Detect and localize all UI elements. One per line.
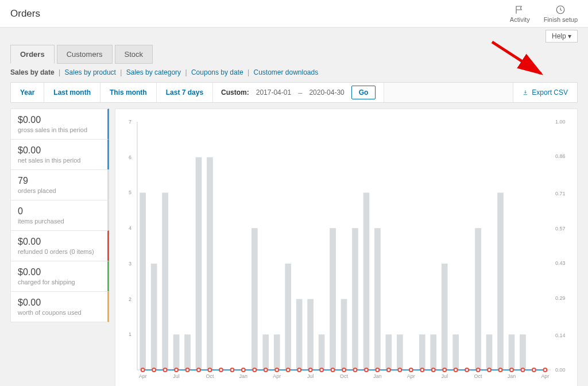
go-button[interactable]: Go: [351, 86, 376, 99]
svg-rect-43: [475, 228, 481, 370]
range-last-7-days[interactable]: Last 7 days: [157, 83, 213, 102]
tab-orders[interactable]: Orders: [10, 45, 55, 64]
range-date-to[interactable]: 2020-04-30: [309, 88, 344, 96]
svg-point-97: [543, 368, 547, 372]
range-date-from[interactable]: 2017-04-01: [256, 88, 291, 96]
svg-rect-46: [509, 334, 515, 370]
svg-text:Jan: Jan: [373, 373, 381, 379]
help-button[interactable]: Help ▾: [546, 30, 578, 43]
svg-point-69: [230, 368, 234, 372]
stat-value: $0.00: [18, 145, 100, 156]
download-icon: [523, 90, 528, 95]
stat-value: $0.00: [18, 237, 100, 247]
range-year[interactable]: Year: [11, 83, 44, 102]
svg-text:0.57: 0.57: [555, 226, 565, 231]
svg-rect-39: [419, 334, 425, 370]
subnav-sales-by-date[interactable]: Sales by date: [10, 68, 55, 76]
stat-value: 0: [18, 206, 100, 217]
svg-point-65: [186, 368, 189, 372]
stat-box[interactable]: $0.00refunded 0 orders (0 items): [10, 230, 109, 261]
stat-label: orders placed: [18, 187, 100, 194]
subnav-sales-by-category[interactable]: Sales by category: [126, 68, 181, 76]
svg-text:Oct: Oct: [340, 373, 348, 379]
svg-text:0.86: 0.86: [555, 153, 565, 159]
stat-box[interactable]: $0.00charged for shipping: [10, 261, 109, 292]
svg-text:4: 4: [129, 225, 131, 231]
svg-point-84: [398, 368, 401, 372]
svg-rect-21: [173, 334, 180, 370]
svg-point-70: [242, 368, 245, 372]
page-title: Orders: [10, 8, 40, 20]
svg-point-64: [175, 368, 178, 372]
flag-icon: [514, 5, 525, 15]
svg-point-89: [454, 368, 458, 372]
activity-label: Activity: [510, 16, 530, 23]
svg-point-90: [465, 368, 469, 372]
svg-text:Oct: Oct: [206, 373, 214, 379]
svg-rect-45: [497, 192, 504, 370]
subnav-customer-downloads[interactable]: Customer downloads: [253, 68, 318, 76]
svg-text:1.00: 1.00: [555, 119, 565, 125]
svg-text:3: 3: [129, 261, 131, 267]
svg-point-79: [342, 368, 346, 372]
svg-point-63: [164, 368, 167, 372]
range-this-month[interactable]: This month: [100, 83, 157, 102]
stat-label: charged for shipping: [18, 279, 100, 285]
range-spacer: [384, 83, 513, 102]
stat-label: items purchased: [18, 218, 100, 225]
subnav-sales-by-product[interactable]: Sales by product: [65, 68, 116, 76]
svg-text:0.14: 0.14: [555, 333, 565, 338]
svg-point-66: [197, 368, 200, 372]
svg-point-71: [253, 368, 256, 372]
stat-box[interactable]: 79orders placed: [10, 169, 109, 200]
svg-rect-20: [162, 192, 168, 370]
svg-rect-27: [274, 334, 280, 370]
svg-text:7: 7: [129, 119, 131, 125]
svg-point-87: [432, 368, 435, 372]
range-custom-label: Custom:: [221, 88, 249, 96]
tab-customers[interactable]: Customers: [57, 45, 113, 64]
svg-text:0.71: 0.71: [555, 191, 565, 196]
export-csv-button[interactable]: Export CSV: [513, 83, 577, 102]
svg-rect-23: [196, 157, 202, 370]
tab-stock[interactable]: Stock: [115, 45, 153, 64]
svg-point-73: [275, 368, 278, 372]
main-tabs: Orders Customers Stock: [10, 45, 578, 64]
svg-text:0.43: 0.43: [555, 260, 565, 266]
orders-chart: 76543211.000.860.710.570.430.290.140.00A…: [120, 116, 572, 386]
chart-container: 76543211.000.860.710.570.430.290.140.00A…: [115, 109, 578, 386]
svg-point-78: [331, 368, 335, 372]
svg-point-96: [532, 368, 536, 372]
svg-rect-47: [520, 334, 526, 370]
topbar: Orders Activity Finish setup: [0, 0, 588, 28]
svg-rect-25: [252, 228, 258, 370]
svg-point-86: [420, 368, 424, 372]
svg-text:Apr: Apr: [139, 373, 147, 379]
stat-box[interactable]: $0.00worth of coupons used: [10, 291, 109, 322]
svg-text:Jul: Jul: [173, 373, 179, 379]
svg-point-74: [287, 368, 290, 372]
svg-point-93: [499, 368, 502, 372]
svg-point-85: [409, 368, 413, 372]
stat-box[interactable]: $0.00gross sales in this period: [10, 109, 109, 140]
svg-text:Apr: Apr: [273, 373, 281, 379]
stat-label: net sales in this period: [18, 157, 100, 164]
svg-text:Jul: Jul: [307, 373, 314, 379]
svg-rect-19: [151, 264, 157, 370]
svg-rect-36: [374, 228, 381, 370]
activity-button[interactable]: Activity: [510, 5, 530, 23]
svg-text:1: 1: [129, 331, 131, 337]
subnav-coupons-by-date[interactable]: Coupons by date: [191, 68, 243, 76]
finish-setup-label: Finish setup: [544, 16, 578, 23]
svg-text:5: 5: [129, 190, 131, 195]
range-last-month[interactable]: Last month: [44, 83, 100, 102]
stat-box[interactable]: $0.00net sales in this period: [10, 139, 109, 170]
stat-label: gross sales in this period: [18, 126, 100, 133]
finish-setup-button[interactable]: Finish setup: [544, 5, 578, 23]
stat-box[interactable]: 0items purchased: [10, 200, 109, 231]
svg-rect-38: [397, 334, 403, 370]
svg-text:0.29: 0.29: [555, 295, 565, 301]
svg-point-91: [477, 368, 480, 372]
svg-point-82: [376, 368, 379, 372]
range-dash: –: [298, 88, 302, 97]
